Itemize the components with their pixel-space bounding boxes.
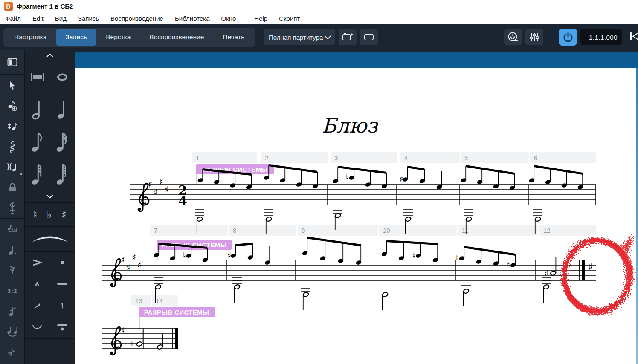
svg-text:♯: ♯ [121, 326, 125, 336]
menu-script[interactable]: Скрипт [279, 15, 300, 22]
scissors-tool[interactable]: ✂ [0, 342, 24, 362]
red-circle-annotation [560, 237, 636, 313]
svg-text:♯: ♯ [137, 260, 142, 270]
panel-toggle-button[interactable] [0, 54, 24, 71]
staccato-button[interactable] [49, 252, 75, 273]
select-tool[interactable] [0, 75, 24, 95]
sharp-button[interactable]: ♯ [61, 208, 67, 221]
tab-write[interactable]: Запись [56, 29, 96, 46]
articulations-grid [25, 252, 75, 339]
add-tab-button[interactable] [339, 29, 357, 45]
note-plus-icon [7, 100, 17, 111]
lock-tool[interactable] [0, 177, 24, 198]
chevron-down-icon [46, 194, 54, 199]
accidentals-row: ♮ ♭ ♯ [25, 203, 75, 227]
grace-slash-icon [8, 305, 17, 317]
staccatissimo-button[interactable] [49, 295, 75, 317]
go-to-start-button[interactable] [629, 31, 638, 43]
duration-quarter[interactable] [50, 93, 75, 126]
svg-text:♯: ♯ [399, 174, 403, 184]
rest-tool[interactable] [0, 260, 24, 280]
svg-text:♯: ♯ [165, 185, 169, 195]
clef-tool[interactable] [0, 198, 24, 218]
menu-play[interactable]: Воспроизведение [110, 15, 163, 22]
single-view-icon [364, 33, 374, 41]
tie-icon [6, 326, 18, 337]
grace-slash-tool[interactable] [0, 301, 24, 321]
duration-breve[interactable] [25, 61, 50, 93]
loure-button[interactable] [49, 317, 75, 338]
breve-icon [30, 72, 45, 82]
flat-button[interactable]: ♭ [47, 208, 52, 221]
tab-print[interactable]: Печать [213, 29, 254, 46]
layout-selector[interactable]: Полная партитура [264, 29, 335, 45]
duration-whole[interactable] [50, 61, 75, 93]
menu-view[interactable]: Вид [55, 15, 67, 22]
whole-note-icon [56, 73, 69, 81]
mixer-faders-icon [529, 32, 540, 43]
menu-window[interactable]: Окно [221, 15, 236, 22]
menu-file[interactable]: Файл [5, 15, 21, 22]
transpose-tool[interactable] [0, 116, 24, 136]
sixty-fourth-note-icon [56, 163, 69, 185]
duration-sixteenth[interactable] [50, 126, 75, 158]
transport-display: 1.1.1.000 [580, 29, 622, 45]
menu-bar: Файл Edit Вид Запись Воспроизведение Биб… [0, 12, 638, 24]
score-canvas[interactable]: Блюз 1 2 3 4 5 6 7 8 9 10 11 12 13 14 РА… [75, 50, 638, 364]
power-icon [563, 32, 574, 43]
flag-tool[interactable] [0, 157, 24, 177]
svg-text:♯: ♯ [121, 255, 125, 265]
duration-half[interactable] [25, 93, 50, 126]
menu-help[interactable]: Help [254, 15, 267, 22]
music-notation[interactable]: ♯♯♯♯24♮♯♯♯♯♯♯♮♯♮♮♮♯♯♮ [75, 50, 638, 364]
menu-write[interactable]: Запись [78, 15, 99, 22]
single-view-button[interactable] [360, 29, 378, 45]
svg-text:♯: ♯ [126, 263, 130, 273]
tab-play[interactable]: Воспроизведение [140, 29, 213, 46]
duration-thirty-second[interactable] [25, 158, 50, 191]
unstress-button[interactable] [25, 317, 49, 338]
window-title: Фрагмент 1 в СБ2 [17, 3, 73, 10]
slur-button[interactable] [25, 227, 75, 252]
dotted-note-tool[interactable] [0, 240, 24, 260]
workspace: 3:2 ✂ [0, 50, 638, 364]
power-button[interactable] [559, 29, 577, 46]
layout-selector-value: Полная партитура [269, 34, 323, 41]
panel-scroll-down[interactable] [25, 191, 75, 203]
dotted-note-icon [8, 244, 17, 256]
natural-button[interactable]: ♮ [33, 208, 37, 221]
menu-library[interactable]: Библиотека [175, 15, 210, 22]
note-input-tool[interactable] [0, 95, 24, 116]
svg-text:♯: ♯ [132, 252, 136, 263]
accent-button[interactable] [25, 252, 49, 273]
marcato-button[interactable] [25, 273, 49, 295]
panel-scroll-up[interactable] [25, 50, 75, 61]
pitch-up-down-icon [7, 121, 18, 132]
grace-note-plus-icon [7, 224, 18, 235]
svg-text:♮: ♮ [183, 251, 186, 260]
video-button[interactable] [504, 29, 522, 45]
stress-button[interactable] [25, 295, 49, 317]
clef-insert-icon [8, 202, 17, 214]
tie-tool[interactable] [0, 321, 24, 342]
half-note-icon [32, 99, 43, 120]
svg-text:♮: ♮ [507, 260, 510, 269]
svg-text:4: 4 [178, 194, 187, 208]
tab-engrave[interactable]: Вёрстка [96, 29, 140, 46]
thirty-second-note-icon [31, 163, 44, 185]
menu-edit[interactable]: Edit [32, 15, 44, 22]
trill-tool[interactable] [0, 136, 24, 157]
tab-setup[interactable]: Настройка [5, 29, 56, 46]
grace-note-tool[interactable] [0, 219, 24, 240]
duration-sixty-fourth[interactable] [50, 158, 75, 191]
svg-text:♯: ♯ [227, 251, 231, 260]
rest-icon [9, 265, 16, 276]
quarter-note-icon [57, 99, 68, 120]
title-bar: D Фрагмент 1 в СБ2 [0, 0, 638, 12]
chevron-down-icon [325, 32, 331, 39]
tenuto-button[interactable] [49, 273, 75, 295]
tuplet-tool[interactable]: 3:2 [0, 280, 24, 301]
svg-text:♮: ♮ [346, 173, 349, 182]
duration-eighth[interactable] [25, 126, 50, 158]
mixer-button[interactable] [525, 29, 543, 45]
